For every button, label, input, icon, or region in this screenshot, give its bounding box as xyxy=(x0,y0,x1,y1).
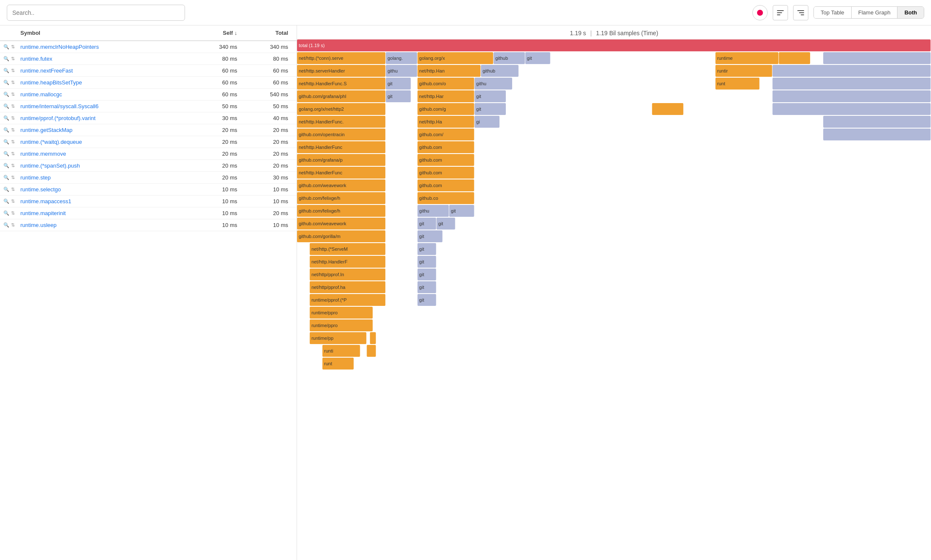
total-cell: 40 ms xyxy=(242,115,293,121)
sort-row-icon[interactable]: ⇅ xyxy=(11,92,15,97)
row-icons: 🔍 ⇅ xyxy=(3,127,20,133)
search-row-icon[interactable]: 🔍 xyxy=(3,222,9,228)
symbol-link[interactable]: runtime.(*spanSet).push xyxy=(20,162,80,169)
search-row-icon[interactable]: 🔍 xyxy=(3,175,9,180)
flame-canvas[interactable]: total (1.19 s)net/http.(*conn).servegola… xyxy=(297,39,931,560)
symbol-link[interactable]: runtime.(*waitq).dequeue xyxy=(20,139,82,145)
record-dot-icon xyxy=(757,10,763,16)
flame-bar[interactable] xyxy=(823,116,931,128)
symbol-link[interactable]: runtime/internal/syscall.Syscall6 xyxy=(20,103,98,109)
total-cell: 20 ms xyxy=(242,139,293,145)
flame-bar[interactable] xyxy=(773,65,931,77)
table-header: Symbol Self ↓ Total xyxy=(0,25,297,41)
sort-row-icon[interactable]: ⇅ xyxy=(11,56,15,62)
flame-bar-label: net/http.HandlerFunc. xyxy=(299,119,344,124)
symbol-link[interactable]: runtime.getStackMap xyxy=(20,127,73,133)
sort-row-icon[interactable]: ⇅ xyxy=(11,44,15,50)
total-cell: 540 ms xyxy=(242,91,293,98)
sort-row-icon[interactable]: ⇅ xyxy=(11,163,15,168)
flame-bar-label: git xyxy=(451,208,456,213)
row-icons: 🔍 ⇅ xyxy=(3,115,20,121)
tab-top-table[interactable]: Top Table xyxy=(814,7,851,18)
sort-row-icon[interactable]: ⇅ xyxy=(11,187,15,192)
sort-row-icon[interactable]: ⇅ xyxy=(11,151,15,157)
sort-row-icon[interactable]: ⇅ xyxy=(11,210,15,216)
sort-row-icon[interactable]: ⇅ xyxy=(11,222,15,228)
flame-bar-label: runtime/ppro xyxy=(311,310,338,315)
sort-row-icon[interactable]: ⇅ xyxy=(11,127,15,133)
table-row: 🔍 ⇅ runtime.step 20 ms 30 ms xyxy=(0,172,297,184)
symbol-link[interactable]: runtime.memmove xyxy=(20,151,66,157)
flame-bar[interactable] xyxy=(773,90,931,102)
sort-row-icon[interactable]: ⇅ xyxy=(11,115,15,121)
row-icons: 🔍 ⇅ xyxy=(3,80,20,85)
table-row: 🔍 ⇅ runtime/pprof.(*protobuf).varint 30 … xyxy=(0,112,297,124)
tab-both[interactable]: Both xyxy=(897,7,924,18)
sort-row-icon[interactable]: ⇅ xyxy=(11,80,15,85)
tab-flame-graph[interactable]: Flame Graph xyxy=(852,7,898,18)
sort-row-icon[interactable]: ⇅ xyxy=(11,104,15,109)
self-cell: 20 ms xyxy=(191,127,242,133)
search-row-icon[interactable]: 🔍 xyxy=(3,92,9,97)
view-tabs: Top Table Flame Graph Both xyxy=(813,6,924,19)
symbol-link[interactable]: runtime.usleep xyxy=(20,222,56,228)
flame-bar-label: runtir xyxy=(717,68,728,73)
search-row-icon[interactable]: 🔍 xyxy=(3,104,9,109)
sort-row-icon[interactable]: ⇅ xyxy=(11,139,15,145)
symbol-link[interactable]: runtime.selectgo xyxy=(20,186,61,193)
search-row-icon[interactable]: 🔍 xyxy=(3,115,9,121)
app-container: Top Table Flame Graph Both Symbol Self ↓… xyxy=(0,0,931,560)
flame-bar-label: github.com/ xyxy=(419,132,444,137)
symbol-cell: runtime.mapiterinit xyxy=(20,210,191,216)
symbol-link[interactable]: runtime/pprof.(*protobuf).varint xyxy=(20,115,95,121)
flame-bar-label: githu xyxy=(419,208,429,213)
align-right-button[interactable] xyxy=(793,5,808,20)
flame-bar[interactable] xyxy=(367,345,376,357)
row-icons: 🔍 ⇅ xyxy=(3,210,20,216)
symbol-link[interactable]: runtime.mallocgc xyxy=(20,91,62,98)
flame-bar[interactable] xyxy=(773,103,931,115)
flame-bar[interactable] xyxy=(779,52,810,64)
flame-bar-label: github.co xyxy=(419,196,438,201)
sort-row-icon[interactable]: ⇅ xyxy=(11,68,15,73)
toolbar-right: Top Table Flame Graph Both xyxy=(752,5,924,20)
flame-bar[interactable] xyxy=(823,52,931,64)
flame-bar-label: git xyxy=(527,56,532,61)
flame-bar-label: net/http.HandlerFunc.S xyxy=(299,81,347,86)
flame-bar[interactable] xyxy=(773,78,931,90)
table-row: 🔍 ⇅ runtime.heapBitsSetType 60 ms 60 ms xyxy=(0,77,297,89)
flame-bar-label: github.com xyxy=(419,157,442,162)
flame-bar[interactable] xyxy=(652,103,684,115)
search-input[interactable] xyxy=(7,5,185,21)
search-row-icon[interactable]: 🔍 xyxy=(3,80,9,85)
search-row-icon[interactable]: 🔍 xyxy=(3,44,9,50)
search-row-icon[interactable]: 🔍 xyxy=(3,151,9,157)
search-row-icon[interactable]: 🔍 xyxy=(3,139,9,145)
flame-bar[interactable] xyxy=(297,39,931,51)
total-cell: 30 ms xyxy=(242,174,293,181)
search-row-icon[interactable]: 🔍 xyxy=(3,163,9,168)
symbol-link[interactable]: runtime.mapiterinit xyxy=(20,210,66,216)
self-cell: 10 ms xyxy=(191,198,242,204)
record-button[interactable] xyxy=(752,5,768,20)
flame-svg[interactable]: total (1.19 s)net/http.(*conn).servegola… xyxy=(297,39,931,560)
symbol-link[interactable]: runtime.memclrNoHeapPointers xyxy=(20,44,99,50)
search-row-icon[interactable]: 🔍 xyxy=(3,56,9,62)
sort-row-icon[interactable]: ⇅ xyxy=(11,199,15,204)
align-left-button[interactable] xyxy=(773,5,788,20)
search-row-icon[interactable]: 🔍 xyxy=(3,187,9,192)
symbol-link[interactable]: runtime.heapBitsSetType xyxy=(20,79,82,86)
symbol-link[interactable]: runtime.futex xyxy=(20,56,52,62)
symbol-link[interactable]: runtime.mapaccess1 xyxy=(20,198,71,204)
search-row-icon[interactable]: 🔍 xyxy=(3,127,9,133)
symbol-link[interactable]: runtime.step xyxy=(20,174,51,181)
search-row-icon[interactable]: 🔍 xyxy=(3,68,9,73)
symbol-link[interactable]: runtime.nextFreeFast xyxy=(20,67,73,74)
search-row-icon[interactable]: 🔍 xyxy=(3,199,9,204)
sort-row-icon[interactable]: ⇅ xyxy=(11,175,15,180)
self-cell: 60 ms xyxy=(191,91,242,98)
flame-bar-label: github.com/o xyxy=(419,81,446,86)
flame-bar[interactable] xyxy=(823,129,931,140)
flame-bar[interactable] xyxy=(370,332,376,344)
search-row-icon[interactable]: 🔍 xyxy=(3,210,9,216)
